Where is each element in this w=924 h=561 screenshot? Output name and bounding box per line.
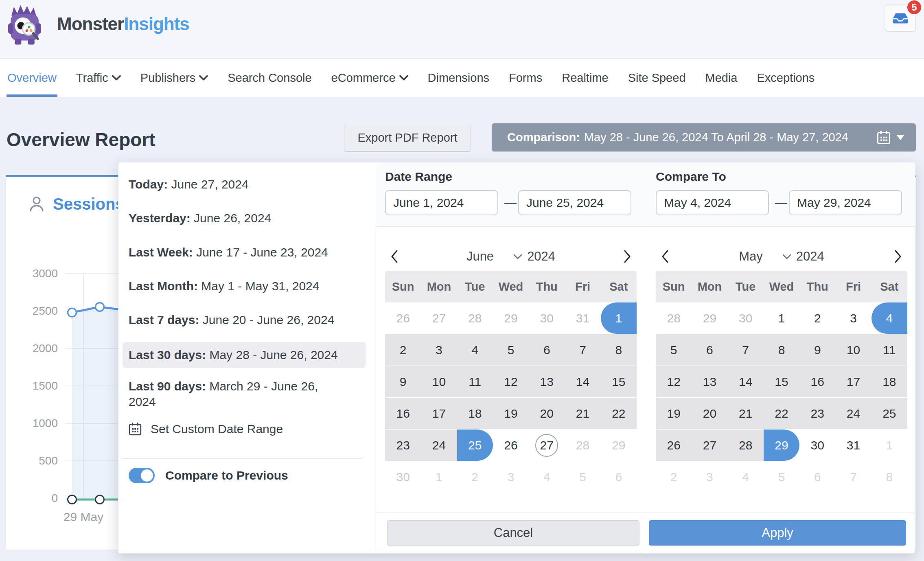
calendar-day-11[interactable]: 11 xyxy=(871,334,907,366)
calendar-day-12[interactable]: 12 xyxy=(493,366,529,397)
calendar-day-4[interactable]: 4 xyxy=(871,302,907,334)
prev-month-button[interactable] xyxy=(656,244,674,269)
calendar-day-14[interactable]: 14 xyxy=(728,366,764,397)
calendar-day-11[interactable]: 11 xyxy=(457,366,493,397)
calendar-day-8[interactable]: 8 xyxy=(764,334,799,366)
cancel-button[interactable]: Cancel xyxy=(387,520,639,545)
next-month-button[interactable] xyxy=(618,244,637,269)
calendar-day-29[interactable]: 29 xyxy=(692,302,727,334)
preset-yesterday[interactable]: Yesterday: June 26, 2024 xyxy=(123,205,366,231)
calendar-day-6[interactable]: 6 xyxy=(529,334,565,366)
calendar-day-7[interactable]: 7 xyxy=(565,334,600,366)
calendar-day-26[interactable]: 26 xyxy=(493,430,529,461)
calendar-day-7[interactable]: 7 xyxy=(728,334,764,366)
compare-to-end-input[interactable] xyxy=(789,190,902,215)
calendar-day-16[interactable]: 16 xyxy=(799,366,835,397)
month-select[interactable]: June xyxy=(466,249,494,264)
set-custom-date-range[interactable]: Set Custom Date Range xyxy=(129,422,283,436)
calendar-day-18[interactable]: 18 xyxy=(871,366,907,397)
calendar-day-13[interactable]: 13 xyxy=(529,366,565,397)
calendar-day-5[interactable]: 5 xyxy=(656,334,692,366)
calendar-day-29[interactable]: 29 xyxy=(493,302,529,334)
nav-tab-site-speed[interactable]: Site Speed xyxy=(628,59,686,97)
calendar-day-27[interactable]: 27 xyxy=(421,302,457,334)
calendar-day-23[interactable]: 23 xyxy=(799,398,835,429)
compare-to-previous-toggle[interactable] xyxy=(129,468,155,483)
preset-today[interactable]: Today: June 27, 2024 xyxy=(123,171,366,197)
calendar-day-4[interactable]: 4 xyxy=(457,334,493,366)
calendar-day-31[interactable]: 31 xyxy=(835,430,871,461)
calendar-day-5[interactable]: 5 xyxy=(493,334,529,366)
calendar-day-30[interactable]: 30 xyxy=(529,302,565,334)
calendar-day-16[interactable]: 16 xyxy=(385,398,421,429)
nav-tab-realtime[interactable]: Realtime xyxy=(562,59,608,97)
calendar-day-21[interactable]: 21 xyxy=(565,398,600,429)
year-select[interactable]: 2024 xyxy=(513,249,555,264)
calendar-day-28[interactable]: 28 xyxy=(457,302,493,334)
calendar-day-13[interactable]: 13 xyxy=(692,366,727,397)
compare-to-start-input[interactable] xyxy=(656,190,769,215)
calendar-day-28[interactable]: 28 xyxy=(728,430,764,461)
next-month-button[interactable] xyxy=(889,244,907,269)
preset-last-week[interactable]: Last Week: June 17 - June 23, 2024 xyxy=(123,239,366,265)
prev-month-button[interactable] xyxy=(385,244,404,269)
calendar-day-26[interactable]: 26 xyxy=(656,430,692,461)
nav-tab-forms[interactable]: Forms xyxy=(509,59,542,97)
month-select[interactable]: May xyxy=(739,249,763,264)
nav-tab-publishers[interactable]: Publishers xyxy=(140,59,208,97)
calendar-day-22[interactable]: 22 xyxy=(601,398,637,429)
calendar-day-23[interactable]: 23 xyxy=(385,430,421,461)
preset-last-month[interactable]: Last Month: May 1 - May 31, 2024 xyxy=(123,273,366,299)
calendar-day-22[interactable]: 22 xyxy=(764,398,799,429)
preset-last-90-days[interactable]: Last 90 days: March 29 - June 26, 2024 xyxy=(123,373,366,415)
calendar-day-10[interactable]: 10 xyxy=(421,366,457,397)
calendar-day-30[interactable]: 30 xyxy=(799,430,835,461)
calendar-day-20[interactable]: 20 xyxy=(529,398,565,429)
calendar-day-1[interactable]: 1 xyxy=(601,302,637,334)
calendar-day-19[interactable]: 19 xyxy=(493,398,529,429)
calendar-day-2[interactable]: 2 xyxy=(385,334,421,366)
calendar-day-30[interactable]: 30 xyxy=(728,302,764,334)
calendar-day-15[interactable]: 15 xyxy=(764,366,799,397)
calendar-day-19[interactable]: 19 xyxy=(656,398,692,429)
calendar-day-28[interactable]: 28 xyxy=(656,302,692,334)
calendar-day-25[interactable]: 25 xyxy=(457,430,493,461)
year-select[interactable]: 2024 xyxy=(782,249,824,264)
preset-last-30-days[interactable]: Last 30 days: May 28 - June 26, 2024 xyxy=(123,342,366,368)
calendar-day-1[interactable]: 1 xyxy=(764,302,799,334)
nav-tab-traffic[interactable]: Traffic xyxy=(76,59,121,97)
calendar-day-31[interactable]: 31 xyxy=(565,302,600,334)
calendar-day-3[interactable]: 3 xyxy=(421,334,457,366)
calendar-day-24[interactable]: 24 xyxy=(835,398,871,429)
nav-tab-media[interactable]: Media xyxy=(705,59,738,97)
calendar-day-12[interactable]: 12 xyxy=(656,366,692,397)
calendar-day-20[interactable]: 20 xyxy=(692,398,727,429)
calendar-day-24[interactable]: 24 xyxy=(421,430,457,461)
calendar-day-9[interactable]: 9 xyxy=(799,334,835,366)
calendar-day-14[interactable]: 14 xyxy=(565,366,600,397)
nav-tab-exceptions[interactable]: Exceptions xyxy=(757,59,815,97)
calendar-day-26[interactable]: 26 xyxy=(385,302,421,334)
calendar-day-15[interactable]: 15 xyxy=(601,366,637,397)
export-pdf-button[interactable]: Export PDF Report xyxy=(344,124,471,151)
calendar-day-18[interactable]: 18 xyxy=(457,398,493,429)
calendar-day-27-today[interactable]: 27 xyxy=(529,430,565,461)
calendar-day-2[interactable]: 2 xyxy=(799,302,835,334)
calendar-day-8[interactable]: 8 xyxy=(601,334,637,366)
calendar-day-10[interactable]: 10 xyxy=(835,334,871,366)
comparison-datepicker-button[interactable]: Comparison: May 28 - June 26, 2024 To Ap… xyxy=(492,123,916,151)
date-range-end-input[interactable] xyxy=(518,190,631,215)
date-range-start-input[interactable] xyxy=(385,190,498,215)
calendar-day-17[interactable]: 17 xyxy=(421,398,457,429)
nav-tab-overview[interactable]: Overview xyxy=(7,59,57,97)
nav-tab-search-console[interactable]: Search Console xyxy=(228,59,311,97)
calendar-day-6[interactable]: 6 xyxy=(692,334,727,366)
calendar-day-27[interactable]: 27 xyxy=(692,430,727,461)
calendar-day-29[interactable]: 29 xyxy=(764,430,799,461)
calendar-day-25[interactable]: 25 xyxy=(871,398,907,429)
calendar-day-21[interactable]: 21 xyxy=(728,398,764,429)
calendar-day-9[interactable]: 9 xyxy=(385,366,421,397)
nav-tab-dimensions[interactable]: Dimensions xyxy=(428,59,490,97)
apply-button[interactable]: Apply xyxy=(649,520,906,545)
preset-last-7-days[interactable]: Last 7 days: June 20 - June 26, 2024 xyxy=(123,307,366,333)
